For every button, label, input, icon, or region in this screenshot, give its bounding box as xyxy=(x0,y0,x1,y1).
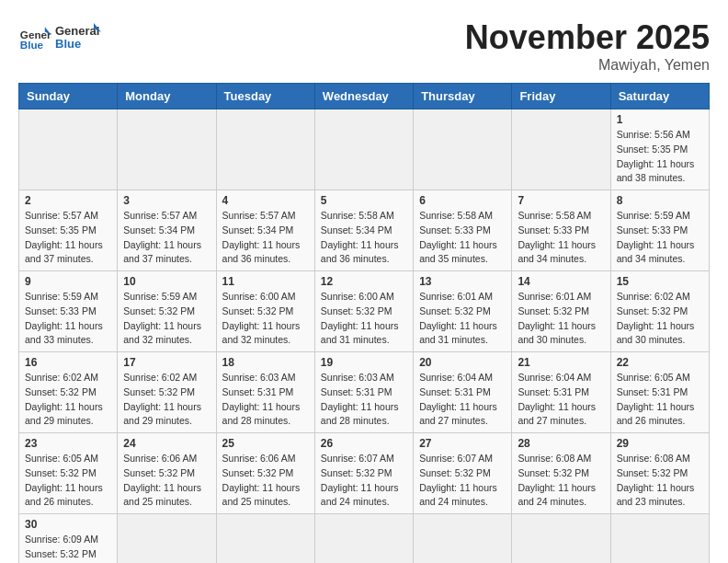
day-number: 9 xyxy=(25,275,111,288)
calendar-cell: 27Sunrise: 6:07 AM Sunset: 5:32 PM Dayli… xyxy=(414,433,512,514)
calendar-cell: 3Sunrise: 5:57 AM Sunset: 5:34 PM Daylig… xyxy=(118,190,216,271)
day-number: 22 xyxy=(617,356,703,369)
day-info: Sunrise: 6:06 AM Sunset: 5:32 PM Dayligh… xyxy=(222,452,309,510)
calendar-cell xyxy=(414,514,512,564)
calendar-cell: 28Sunrise: 6:08 AM Sunset: 5:32 PM Dayli… xyxy=(512,433,610,514)
calendar-cell xyxy=(314,109,413,190)
calendar-cell xyxy=(19,109,118,190)
calendar-row: 1Sunrise: 5:56 AM Sunset: 5:35 PM Daylig… xyxy=(19,109,710,190)
svg-text:Blue: Blue xyxy=(55,37,81,51)
day-number: 11 xyxy=(222,275,309,288)
day-info: Sunrise: 5:59 AM Sunset: 5:33 PM Dayligh… xyxy=(25,290,111,348)
calendar-cell xyxy=(512,514,610,564)
calendar-cell: 13Sunrise: 6:01 AM Sunset: 5:32 PM Dayli… xyxy=(414,271,512,352)
day-number: 1 xyxy=(617,113,703,126)
day-info: Sunrise: 6:06 AM Sunset: 5:32 PM Dayligh… xyxy=(123,452,210,510)
day-number: 5 xyxy=(321,194,407,207)
day-number: 23 xyxy=(25,437,111,450)
day-number: 30 xyxy=(25,518,111,531)
calendar-row: 9Sunrise: 5:59 AM Sunset: 5:33 PM Daylig… xyxy=(19,271,710,352)
day-info: Sunrise: 5:59 AM Sunset: 5:32 PM Dayligh… xyxy=(123,290,210,348)
calendar-cell: 1Sunrise: 5:56 AM Sunset: 5:35 PM Daylig… xyxy=(610,109,709,190)
calendar-cell xyxy=(610,514,709,564)
logo-icon: General Blue xyxy=(18,20,51,53)
calendar-row: 30Sunrise: 6:09 AM Sunset: 5:32 PM Dayli… xyxy=(19,514,710,564)
day-number: 7 xyxy=(518,194,604,207)
day-info: Sunrise: 5:57 AM Sunset: 5:34 PM Dayligh… xyxy=(222,209,309,267)
calendar-row: 2Sunrise: 5:57 AM Sunset: 5:35 PM Daylig… xyxy=(19,190,710,271)
day-info: Sunrise: 5:57 AM Sunset: 5:35 PM Dayligh… xyxy=(25,209,111,267)
day-number: 6 xyxy=(419,194,506,207)
svg-text:General: General xyxy=(55,24,99,38)
day-number: 25 xyxy=(222,437,309,450)
svg-text:Blue: Blue xyxy=(20,39,44,51)
day-number: 17 xyxy=(123,356,210,369)
calendar-cell: 5Sunrise: 5:58 AM Sunset: 5:34 PM Daylig… xyxy=(314,190,413,271)
day-number: 27 xyxy=(419,437,506,450)
weekday-header: Sunday xyxy=(19,84,118,109)
title-area: November 2025 Mawiyah, Yemen xyxy=(465,18,710,74)
day-info: Sunrise: 6:01 AM Sunset: 5:32 PM Dayligh… xyxy=(419,290,506,348)
day-info: Sunrise: 6:08 AM Sunset: 5:32 PM Dayligh… xyxy=(617,452,703,510)
day-number: 10 xyxy=(123,275,210,288)
calendar-cell xyxy=(314,514,413,564)
calendar-cell xyxy=(118,109,216,190)
logo: General Blue General Blue xyxy=(18,18,101,55)
calendar-cell: 26Sunrise: 6:07 AM Sunset: 5:32 PM Dayli… xyxy=(314,433,413,514)
day-info: Sunrise: 6:01 AM Sunset: 5:32 PM Dayligh… xyxy=(518,290,604,348)
logo-graphic: General Blue xyxy=(55,18,101,55)
day-info: Sunrise: 6:02 AM Sunset: 5:32 PM Dayligh… xyxy=(123,371,210,429)
day-info: Sunrise: 6:05 AM Sunset: 5:31 PM Dayligh… xyxy=(617,371,703,429)
day-info: Sunrise: 6:04 AM Sunset: 5:31 PM Dayligh… xyxy=(419,371,506,429)
calendar-cell: 18Sunrise: 6:03 AM Sunset: 5:31 PM Dayli… xyxy=(216,352,314,433)
day-info: Sunrise: 6:09 AM Sunset: 5:32 PM Dayligh… xyxy=(25,533,111,563)
day-info: Sunrise: 6:02 AM Sunset: 5:32 PM Dayligh… xyxy=(25,371,111,429)
day-number: 20 xyxy=(419,356,506,369)
day-info: Sunrise: 5:58 AM Sunset: 5:33 PM Dayligh… xyxy=(419,209,506,267)
page-header: General Blue General Blue November 2025 … xyxy=(18,18,710,74)
calendar-cell: 10Sunrise: 5:59 AM Sunset: 5:32 PM Dayli… xyxy=(118,271,216,352)
weekday-header: Thursday xyxy=(414,84,512,109)
calendar-cell: 15Sunrise: 6:02 AM Sunset: 5:32 PM Dayli… xyxy=(610,271,709,352)
calendar-cell: 16Sunrise: 6:02 AM Sunset: 5:32 PM Dayli… xyxy=(19,352,118,433)
day-info: Sunrise: 6:03 AM Sunset: 5:31 PM Dayligh… xyxy=(222,371,309,429)
calendar-cell xyxy=(118,514,216,564)
day-info: Sunrise: 6:07 AM Sunset: 5:32 PM Dayligh… xyxy=(321,452,407,510)
day-number: 19 xyxy=(321,356,407,369)
calendar-cell: 17Sunrise: 6:02 AM Sunset: 5:32 PM Dayli… xyxy=(118,352,216,433)
day-info: Sunrise: 5:58 AM Sunset: 5:34 PM Dayligh… xyxy=(321,209,407,267)
day-info: Sunrise: 5:56 AM Sunset: 5:35 PM Dayligh… xyxy=(617,128,703,186)
calendar-cell xyxy=(512,109,610,190)
calendar-cell xyxy=(414,109,512,190)
day-info: Sunrise: 5:59 AM Sunset: 5:33 PM Dayligh… xyxy=(617,209,703,267)
day-number: 18 xyxy=(222,356,309,369)
calendar-row: 16Sunrise: 6:02 AM Sunset: 5:32 PM Dayli… xyxy=(19,352,710,433)
calendar-cell: 11Sunrise: 6:00 AM Sunset: 5:32 PM Dayli… xyxy=(216,271,314,352)
calendar-cell xyxy=(216,109,314,190)
calendar-cell: 12Sunrise: 6:00 AM Sunset: 5:32 PM Dayli… xyxy=(314,271,413,352)
calendar-cell: 21Sunrise: 6:04 AM Sunset: 5:31 PM Dayli… xyxy=(512,352,610,433)
day-info: Sunrise: 5:58 AM Sunset: 5:33 PM Dayligh… xyxy=(518,209,604,267)
day-number: 2 xyxy=(25,194,111,207)
day-info: Sunrise: 6:00 AM Sunset: 5:32 PM Dayligh… xyxy=(321,290,407,348)
day-number: 14 xyxy=(518,275,604,288)
calendar-cell: 7Sunrise: 5:58 AM Sunset: 5:33 PM Daylig… xyxy=(512,190,610,271)
calendar-cell: 23Sunrise: 6:05 AM Sunset: 5:32 PM Dayli… xyxy=(19,433,118,514)
day-info: Sunrise: 6:00 AM Sunset: 5:32 PM Dayligh… xyxy=(222,290,309,348)
month-title: November 2025 xyxy=(465,18,710,57)
calendar-cell: 22Sunrise: 6:05 AM Sunset: 5:31 PM Dayli… xyxy=(610,352,709,433)
day-info: Sunrise: 5:57 AM Sunset: 5:34 PM Dayligh… xyxy=(123,209,210,267)
day-number: 16 xyxy=(25,356,111,369)
day-number: 8 xyxy=(617,194,703,207)
day-info: Sunrise: 6:04 AM Sunset: 5:31 PM Dayligh… xyxy=(518,371,604,429)
day-number: 26 xyxy=(321,437,407,450)
weekday-header: Monday xyxy=(118,84,216,109)
calendar-cell: 2Sunrise: 5:57 AM Sunset: 5:35 PM Daylig… xyxy=(19,190,118,271)
calendar-cell: 8Sunrise: 5:59 AM Sunset: 5:33 PM Daylig… xyxy=(610,190,709,271)
day-info: Sunrise: 6:05 AM Sunset: 5:32 PM Dayligh… xyxy=(25,452,111,510)
day-number: 28 xyxy=(518,437,604,450)
weekday-header: Tuesday xyxy=(216,84,314,109)
day-number: 3 xyxy=(123,194,210,207)
day-number: 21 xyxy=(518,356,604,369)
calendar-row: 23Sunrise: 6:05 AM Sunset: 5:32 PM Dayli… xyxy=(19,433,710,514)
